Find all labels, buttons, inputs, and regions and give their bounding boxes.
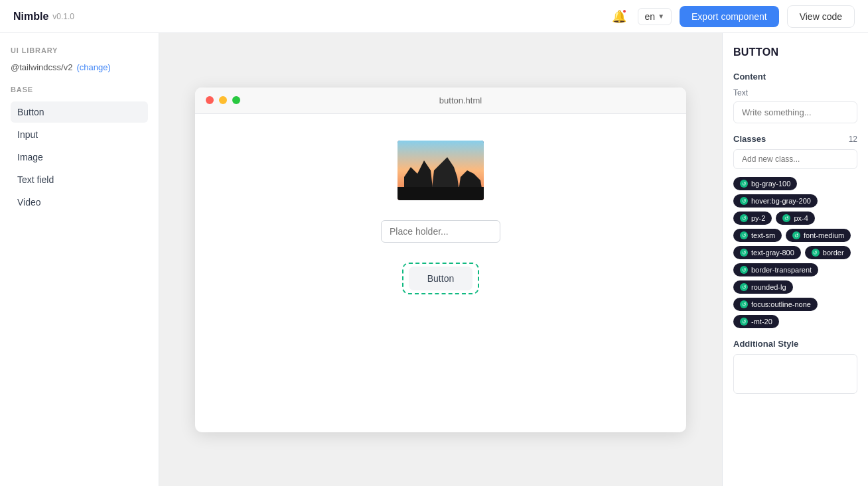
browser-window: button.html xyxy=(195,88,686,432)
canvas-area: button.html xyxy=(159,33,722,486)
tag-focus-outline-none[interactable]: focus:outline-none xyxy=(733,298,818,311)
tag-label: hover:bg-gray-200 xyxy=(751,197,811,205)
tailwind-icon xyxy=(792,231,800,239)
notification-dot xyxy=(622,9,627,14)
app-version: v0.1.0 xyxy=(52,12,74,21)
tailwind-icon xyxy=(740,283,748,291)
tailwind-icon xyxy=(740,197,748,205)
tag-py-2[interactable]: py-2 xyxy=(733,212,772,225)
header-left: Nimble v0.1.0 xyxy=(13,11,74,23)
text-input[interactable] xyxy=(733,101,857,123)
header-right: 🔔 en ▼ Export component View code xyxy=(609,5,855,28)
sidebar-item-text-field[interactable]: Text field xyxy=(11,169,148,190)
browser-filename: button.html xyxy=(246,95,676,105)
change-link[interactable]: (change) xyxy=(76,62,110,72)
tag-hover-bg-gray-200[interactable]: hover:bg-gray-200 xyxy=(733,194,818,208)
tags-container: bg-gray-100 hover:bg-gray-200 py-2 px-4 … xyxy=(733,177,857,328)
tag-label: font-medium xyxy=(804,231,844,239)
panel-title: BUTTON xyxy=(733,46,857,58)
preview-placeholder-input[interactable] xyxy=(381,220,500,243)
tag-label: -mt-20 xyxy=(751,318,772,326)
header: Nimble v0.1.0 🔔 en ▼ Export component Vi… xyxy=(0,0,868,33)
chevron-down-icon: ▼ xyxy=(658,13,664,20)
tag-label: border xyxy=(823,249,844,257)
tag-text-gray-800[interactable]: text-gray-800 xyxy=(733,246,801,259)
tailwind-icon xyxy=(740,180,748,188)
app-logo: Nimble xyxy=(13,11,48,23)
content-section-title: Content xyxy=(733,72,857,82)
main-layout: UI LIBRARY @tailwindcss/v2 (change) BASE… xyxy=(0,33,868,486)
browser-dot-green xyxy=(232,96,240,104)
tailwind-icon xyxy=(782,214,790,222)
tag-label: text-gray-800 xyxy=(751,249,794,257)
tailwind-icon xyxy=(740,300,748,308)
export-button[interactable]: Export component xyxy=(680,6,779,27)
tag-label: bg-gray-100 xyxy=(751,180,790,188)
tag-border[interactable]: border xyxy=(805,246,851,259)
tag-font-medium[interactable]: font-medium xyxy=(786,229,851,242)
sidebar-item-input[interactable]: Input xyxy=(11,124,148,145)
sidebar-item-video[interactable]: Video xyxy=(11,192,148,213)
tailwind-icon xyxy=(740,214,748,222)
framework-label: @tailwindcss/v2 xyxy=(11,62,72,72)
sidebar-item-button[interactable]: Button xyxy=(11,101,148,123)
sidebar: UI LIBRARY @tailwindcss/v2 (change) BASE… xyxy=(0,33,159,486)
tag-bg-gray-100[interactable]: bg-gray-100 xyxy=(733,177,797,190)
tailwind-icon xyxy=(812,249,820,257)
sidebar-section-base: BASE xyxy=(11,86,148,93)
tailwind-icon xyxy=(740,318,748,326)
tag-label: focus:outline-none xyxy=(751,300,811,308)
sidebar-item-image[interactable]: Image xyxy=(11,147,148,168)
tag-label: px-4 xyxy=(794,214,808,222)
tag-label: border-transparent xyxy=(751,266,812,274)
notification-button[interactable]: 🔔 xyxy=(609,6,630,27)
text-label: Text xyxy=(733,88,857,97)
right-panel: BUTTON Content Text Classes 12 bg-gray-1… xyxy=(722,33,868,486)
classes-label: Classes xyxy=(733,134,766,144)
tag-label: text-sm xyxy=(751,231,775,239)
browser-dot-yellow xyxy=(219,96,227,104)
browser-dot-red xyxy=(206,96,214,104)
tailwind-icon xyxy=(740,266,748,274)
language-label: en xyxy=(645,11,656,22)
tailwind-icon xyxy=(740,231,748,239)
svg-rect-4 xyxy=(398,187,484,200)
additional-style-title: Additional Style xyxy=(733,339,857,349)
sidebar-framework: @tailwindcss/v2 (change) xyxy=(11,62,148,72)
preview-image xyxy=(398,141,484,200)
tag-px-4[interactable]: px-4 xyxy=(776,212,814,225)
classes-row: Classes 12 xyxy=(733,134,857,144)
tag-label: py-2 xyxy=(751,214,765,222)
tag-rounded-lg[interactable]: rounded-lg xyxy=(733,280,793,294)
additional-style-textarea[interactable] xyxy=(733,354,857,394)
tag-text-sm[interactable]: text-sm xyxy=(733,229,782,242)
browser-content: Button xyxy=(195,114,686,321)
add-class-input[interactable] xyxy=(733,149,857,169)
view-code-button[interactable]: View code xyxy=(787,5,855,28)
tailwind-icon xyxy=(740,249,748,257)
language-selector[interactable]: en ▼ xyxy=(638,8,672,25)
browser-toolbar: button.html xyxy=(195,88,686,114)
tag-border-transparent[interactable]: border-transparent xyxy=(733,263,818,276)
tag-label: rounded-lg xyxy=(751,283,786,291)
tag-mt-20[interactable]: -mt-20 xyxy=(733,315,779,328)
preview-button-wrapper: Button xyxy=(402,263,479,294)
sidebar-section-ui-library: UI LIBRARY xyxy=(11,46,148,54)
preview-button[interactable]: Button xyxy=(409,267,472,290)
classes-count-number: 12 xyxy=(849,135,857,144)
